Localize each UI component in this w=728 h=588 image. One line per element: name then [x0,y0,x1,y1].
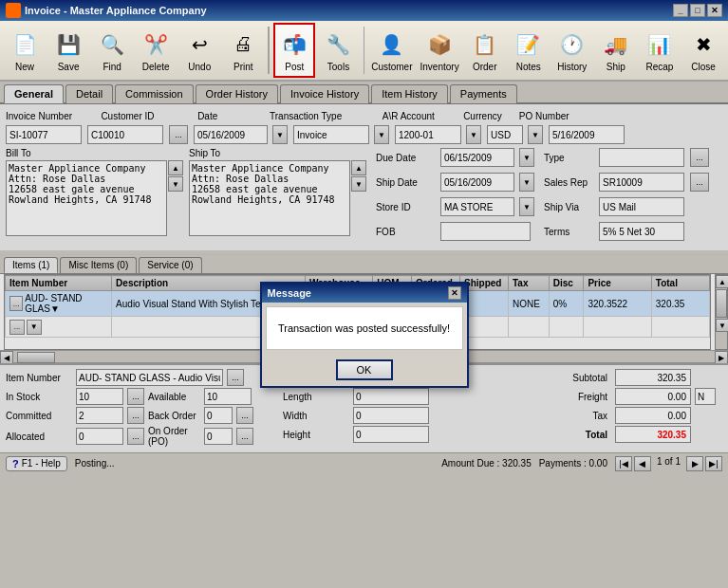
print-button[interactable]: 🖨 Print [222,23,264,78]
inventory-label: Inventory [420,62,459,72]
tools-button[interactable]: 🔧 Tools [317,23,359,78]
find-label: Find [103,62,121,72]
history-icon: 🕐 [557,29,588,60]
find-icon: 🔍 [97,29,127,60]
find-button[interactable]: 🔍 Find [91,23,133,78]
notes-label: Notes [516,62,541,72]
close-label: Close [691,62,716,72]
new-button[interactable]: 📄 New [4,23,46,78]
delete-button[interactable]: ✂️ Delete [135,23,177,78]
order-button[interactable]: 📋 Order [464,23,506,78]
delete-label: Delete [142,62,170,72]
window-controls: _ □ ✕ [673,4,722,17]
tools-icon: 🔧 [323,29,353,60]
maximize-button[interactable]: □ [690,4,705,17]
print-label: Print [233,62,253,72]
save-button[interactable]: 💾 Save [47,23,89,78]
save-label: Save [58,62,80,72]
dialog-title-text: Message [268,287,311,299]
dialog-close-button[interactable]: ✕ [448,286,461,300]
dialog-message: Transaction was posted successfully! [278,322,450,334]
customer-icon: 👤 [377,29,407,60]
ship-icon: 🚚 [601,29,631,60]
delete-icon: ✂️ [140,29,171,60]
close-button[interactable]: ✖ Close [682,23,724,78]
undo-label: Undo [188,62,211,72]
dialog-footer: OK [262,354,467,386]
dialog-body: Transaction was posted successfully! [266,306,463,350]
toolbar-separator [268,27,270,74]
save-icon: 💾 [53,29,84,60]
notes-button[interactable]: 📝 Notes [508,23,550,78]
window-title: Invoice - Master Appliance Company [25,5,207,16]
new-icon: 📄 [9,29,40,60]
app-icon [6,3,21,18]
print-icon: 🖨 [228,29,258,60]
post-icon: 📬 [279,29,309,60]
window-close-button[interactable]: ✕ [707,4,722,17]
ship-label: Ship [607,62,625,72]
inventory-button[interactable]: 📦 Inventory [418,23,462,78]
history-label: History [557,62,587,72]
message-dialog: Message ✕ Transaction was posted success… [260,282,469,388]
ship-button[interactable]: 🚚 Ship [595,23,637,78]
title-bar: Invoice - Master Appliance Company _ □ ✕ [0,0,728,21]
tools-label: Tools [327,62,349,72]
recap-button[interactable]: 📊 Recap [639,23,681,78]
order-label: Order [473,62,497,72]
undo-icon: ↩ [184,29,215,60]
customer-label: Customer [371,62,412,72]
post-button[interactable]: 📬 Post [273,23,315,78]
dialog-overlay: Message ✕ Transaction was posted success… [0,82,728,588]
order-icon: 📋 [470,29,500,60]
toolbar: 📄 New 💾 Save 🔍 Find ✂️ Delete ↩ Undo 🖨 P… [0,21,728,82]
notes-icon: 📝 [513,29,544,60]
recap-label: Recap [645,62,673,72]
customer-button[interactable]: 👤 Customer [368,23,415,78]
post-label: Post [285,62,304,72]
inventory-icon: 📦 [424,29,455,60]
history-button[interactable]: 🕐 History [551,23,593,78]
minimize-button[interactable]: _ [673,4,688,17]
dialog-ok-button[interactable]: OK [336,359,393,380]
toolbar-separator-2 [364,27,365,74]
new-label: New [15,62,34,72]
undo-button[interactable]: ↩ Undo [178,23,220,78]
close-icon: ✖ [688,29,719,60]
recap-icon: 📊 [644,29,675,60]
dialog-title-bar: Message ✕ [262,284,467,303]
